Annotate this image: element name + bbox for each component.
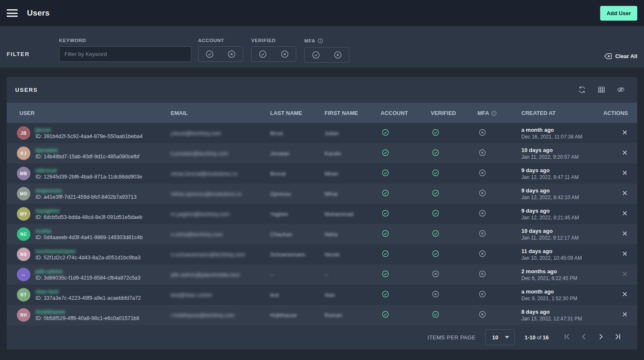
check-circle-icon — [381, 149, 389, 157]
user-email: test@rbac.comm — [171, 292, 270, 298]
col-header-account[interactable]: ACCOUNT — [381, 110, 431, 116]
col-header-user[interactable]: USER — [7, 110, 171, 116]
delete-user-button[interactable] — [621, 229, 629, 239]
page-size-select[interactable]: 10 — [485, 329, 515, 345]
column-picker-icon[interactable] — [597, 85, 606, 95]
delete-user-button[interactable] — [621, 290, 629, 299]
col-header-first-name[interactable]: FIRST NAME — [325, 110, 381, 116]
hamburger-menu-icon[interactable] — [7, 9, 18, 17]
delete-user-button[interactable] — [621, 209, 629, 219]
check-circle-icon — [432, 209, 440, 217]
account-filter-no-button[interactable] — [226, 48, 238, 60]
user-name[interactable]: mbrocal — [35, 167, 142, 173]
col-header-mfa[interactable]: MFA — [478, 110, 489, 116]
created-absolute: Jan 11, 2022, 9:12:17 AM — [521, 235, 601, 241]
user-name[interactable]: kjonatan — [35, 147, 140, 153]
account-status-icon — [381, 209, 389, 217]
user-email: n.schoenemann@techtriq.com — [171, 251, 270, 258]
chevron-left-icon — [580, 333, 588, 341]
mfa-status-icon — [478, 270, 486, 278]
info-icon[interactable] — [317, 38, 323, 44]
keyword-input[interactable] — [59, 46, 191, 62]
user-id: ID: 6dcb5d53-bdda-48cd-8e3f-091d51e5daeb — [35, 214, 142, 220]
info-icon[interactable] — [491, 110, 497, 116]
col-header-email[interactable]: EMAIL — [171, 110, 270, 116]
verified-filter-yes-button[interactable] — [257, 48, 268, 60]
delete-user-button[interactable] — [621, 189, 629, 198]
verified-status-icon — [432, 229, 440, 237]
avatar: MO — [17, 187, 30, 200]
user-name[interactable]: jbrust — [35, 127, 142, 133]
account-status-icon — [381, 270, 389, 278]
account-status-icon — [381, 189, 389, 197]
of-label: of — [536, 334, 543, 341]
verified-status-icon — [432, 149, 440, 157]
user-name[interactable]: rbac-test — [35, 288, 141, 295]
created-absolute: Jan 11, 2022, 9:20:57 AM — [521, 154, 601, 160]
table-row: NC nceha ID: 0d4aaeeb-4d3f-4a41-9869-149… — [7, 224, 637, 244]
user-first-name: rbac — [325, 292, 381, 298]
pagination-bar: ITEMS PER PAGE 10 1-10of16 — [7, 325, 637, 349]
x-circle-icon — [432, 290, 440, 298]
user-email: k.jonatan@techtriq.com — [171, 150, 270, 157]
user-name[interactable]: mopresou — [35, 187, 137, 194]
created-absolute: Dec 9, 2021, 1:52:30 PM — [521, 296, 601, 301]
verified-status-icon — [432, 310, 440, 318]
check-circle-icon — [432, 189, 440, 197]
mfa-status-icon — [478, 250, 486, 258]
account-filter-yes-button[interactable] — [204, 48, 215, 60]
created-relative: 10 days ago — [521, 147, 601, 153]
refresh-icon[interactable] — [577, 85, 587, 95]
delete-user-button[interactable] — [621, 310, 629, 320]
user-last-name: Hobthause — [270, 312, 325, 318]
eye-off-icon[interactable] — [616, 85, 625, 95]
delete-x-icon — [622, 230, 628, 237]
delete-user-button[interactable] — [621, 270, 629, 279]
check-circle-icon — [432, 250, 440, 258]
table-row: MB mbrocal ID: 12645d39-2bf6-4ba8-871a-1… — [7, 163, 637, 184]
user-first-name: Nicole — [325, 251, 381, 258]
previous-page-button[interactable] — [578, 332, 589, 343]
col-header-last-name[interactable]: LAST NAME — [270, 110, 325, 116]
first-page-button[interactable] — [561, 332, 572, 343]
user-name[interactable]: rhobthause — [35, 309, 140, 315]
col-header-verified[interactable]: VERIFIED — [431, 110, 478, 116]
user-name[interactable]: plik-admin — [35, 268, 141, 275]
mfa-filter: MFA — [304, 38, 349, 63]
check-circle-icon — [258, 50, 267, 59]
user-name[interactable]: nceha — [35, 228, 142, 234]
verified-filter-no-button[interactable] — [279, 48, 291, 60]
next-page-button[interactable] — [595, 332, 606, 343]
delete-user-button[interactable] — [621, 250, 629, 259]
check-circle-icon — [381, 169, 389, 177]
col-header-created-at[interactable]: CREATED AT — [521, 110, 601, 116]
delete-user-button[interactable] — [621, 128, 629, 138]
user-first-name: Miran — [325, 171, 381, 177]
user-name[interactable]: myaghini — [35, 208, 142, 214]
mfa-filter-yes-button[interactable] — [310, 49, 322, 61]
clear-all-button[interactable]: Clear All — [604, 48, 637, 64]
delete-user-button[interactable] — [621, 149, 629, 158]
user-email: j.brust@techtriq.com — [171, 130, 270, 136]
avatar: MY — [17, 207, 30, 221]
created-relative: 9 days ago — [521, 187, 601, 194]
filter-bar: FILTER KEYWORD ACCOUNT VERIFIED — [0, 26, 644, 67]
verified-status-icon — [432, 250, 440, 258]
mfa-filter-no-button[interactable] — [332, 49, 344, 61]
user-name[interactable]: nschoenemann — [35, 248, 141, 254]
delete-user-button[interactable] — [621, 169, 629, 178]
first-page-icon — [563, 333, 571, 341]
created-absolute: Jan 13, 2022, 12:47:31 PM — [521, 316, 601, 322]
verified-filter: VERIFIED — [251, 38, 296, 62]
last-page-button[interactable] — [612, 332, 623, 343]
avatar: RH — [17, 308, 30, 322]
created-absolute: Dec 6, 2021, 6:22:45 PM — [521, 275, 601, 281]
add-user-button[interactable]: Add User — [600, 6, 637, 21]
created-relative: 8 days ago — [521, 309, 601, 315]
user-id: ID: 0d4aaeeb-4d3f-4a41-9869-149303d81c4b — [35, 235, 142, 240]
total-count: 16 — [543, 334, 549, 341]
mfa-filter-label: MFA — [304, 38, 315, 43]
user-first-name: Mihai — [325, 191, 381, 197]
keyword-label: KEYWORD — [59, 38, 191, 43]
delete-x-icon — [622, 311, 628, 317]
